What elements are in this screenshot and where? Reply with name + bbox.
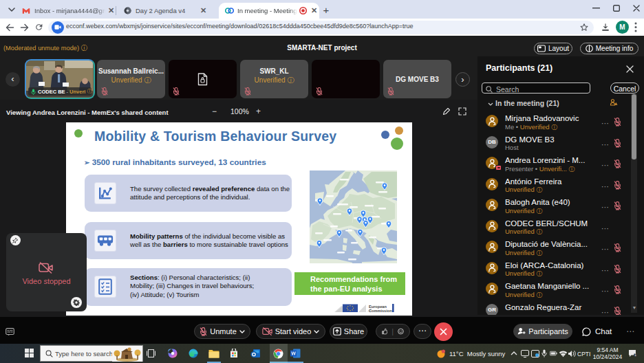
svg-text:Commission: Commission — [369, 309, 392, 313]
svg-text:European: European — [369, 305, 387, 309]
